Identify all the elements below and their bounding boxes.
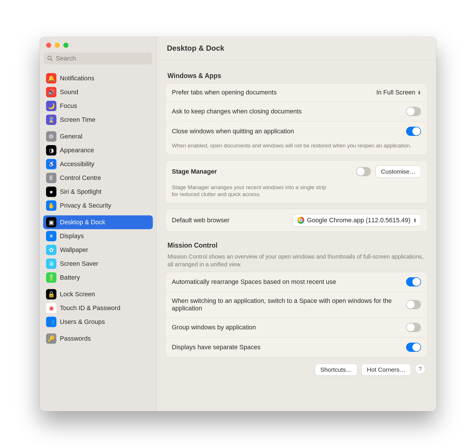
windows-apps-card: Prefer tabs when opening documents In Fu… (165, 83, 428, 155)
search-field[interactable] (44, 52, 152, 64)
sidebar-item-label: Focus (60, 102, 77, 110)
separate-spaces-label: Displays have separate Spaces (172, 343, 401, 351)
switch-space-label: When switching to an application, switch… (172, 297, 401, 312)
close-quit-toggle[interactable] (406, 127, 421, 136)
sidebar-item-label: Sound (60, 88, 78, 96)
sidebar-item-users-groups[interactable]: 👥Users & Groups (43, 315, 153, 329)
chrome-icon (297, 217, 304, 224)
stage-manager-title: Stage Manager (172, 168, 351, 175)
sidebar-item-control-centre[interactable]: 🎚Control Centre (43, 171, 153, 185)
sidebar-item-label: Screen Saver (60, 260, 98, 267)
passwords-icon: 🔑 (46, 333, 56, 344)
ask-keep-row: Ask to keep changes when closing documen… (165, 102, 427, 122)
main-panel: Desktop & Dock Windows & Apps Prefer tab… (157, 37, 436, 411)
sidebar-item-focus[interactable]: 🌙Focus (43, 99, 153, 113)
sidebar-item-notifications[interactable]: 🔔Notifications (43, 71, 153, 85)
sidebar-item-label: Battery (60, 274, 80, 281)
svg-point-0 (48, 56, 51, 60)
sidebar-item-appearance[interactable]: ◑Appearance (43, 143, 153, 157)
desktop-dock-icon: ▣ (46, 217, 56, 227)
sidebar-item-screen-time[interactable]: ⌛Screen Time (43, 113, 153, 127)
sidebar-item-screen-saver[interactable]: 🖥Screen Saver (43, 257, 153, 271)
sidebar-item-passwords[interactable]: 🔑Passwords (43, 332, 153, 346)
stage-manager-card: Stage Manager Customise… Stage Manager a… (165, 160, 428, 204)
sidebar-item-touch-id-password[interactable]: ◉Touch ID & Password (43, 301, 153, 315)
sidebar-nav: 🔔Notifications🔊Sound🌙Focus⌛Screen Time⚙G… (40, 69, 156, 411)
screen-saver-icon: 🖥 (46, 259, 56, 269)
fullscreen-window-button[interactable] (63, 43, 68, 48)
sidebar-item-label: Displays (60, 232, 84, 240)
stage-manager-customise-button[interactable]: Customise… (376, 166, 421, 178)
mission-control-card: Automatically rearrange Spaces based on … (165, 272, 428, 357)
auto-rearrange-label: Automatically rearrange Spaces based on … (172, 278, 401, 286)
switch-space-toggle[interactable] (406, 300, 421, 309)
search-icon (47, 56, 53, 61)
ask-keep-label: Ask to keep changes when closing documen… (172, 108, 401, 115)
battery-icon: 🔋 (46, 272, 56, 283)
control-centre-icon: 🎚 (46, 173, 56, 183)
sidebar-item-label: Users & Groups (60, 318, 105, 326)
sidebar-item-siri-spotlight[interactable]: ●Siri & Spotlight (43, 185, 153, 199)
help-button[interactable]: ? (415, 364, 425, 374)
privacy-security-icon: ✋ (46, 200, 56, 211)
sidebar-item-accessibility[interactable]: ♿Accessibility (43, 157, 153, 171)
focus-icon: 🌙 (46, 101, 56, 111)
section-windows-apps: Windows & Apps (167, 72, 425, 80)
notifications-icon: 🔔 (46, 73, 56, 83)
group-windows-row: Group windows by application (165, 318, 427, 337)
svg-line-1 (51, 59, 52, 61)
mission-control-desc: Mission Control shows an overview of you… (167, 253, 425, 268)
stage-manager-toggle[interactable] (356, 167, 371, 176)
sidebar-item-label: Touch ID & Password (60, 304, 120, 312)
system-settings-window: 🔔Notifications🔊Sound🌙Focus⌛Screen Time⚙G… (40, 37, 436, 411)
popup-arrows-icon: ▲▼ (413, 218, 417, 223)
close-quit-desc: When enabled, open documents and windows… (172, 142, 421, 149)
separate-spaces-row: Displays have separate Spaces (165, 337, 427, 357)
sidebar: 🔔Notifications🔊Sound🌙Focus⌛Screen Time⚙G… (40, 37, 157, 411)
minimize-window-button[interactable] (55, 43, 60, 48)
window-controls (40, 37, 156, 52)
search-input[interactable] (56, 55, 149, 62)
switch-space-row: When switching to an application, switch… (165, 292, 427, 318)
users-groups-icon: 👥 (46, 317, 56, 327)
sidebar-item-label: Notifications (60, 75, 94, 82)
prefer-tabs-label: Prefer tabs when opening documents (172, 89, 372, 96)
popup-arrows-icon: ▲▼ (418, 90, 421, 95)
sidebar-item-privacy-security[interactable]: ✋Privacy & Security (43, 199, 153, 212)
sidebar-item-label: Accessibility (60, 160, 94, 168)
default-browser-label: Default web browser (172, 217, 288, 224)
lock-screen-icon: 🔒 (46, 289, 56, 299)
sidebar-item-lock-screen[interactable]: 🔒Lock Screen (43, 287, 153, 301)
sidebar-item-general[interactable]: ⚙General (43, 130, 153, 143)
auto-rearrange-toggle[interactable] (406, 277, 421, 286)
hot-corners-button[interactable]: Hot Corners… (361, 364, 411, 376)
sidebar-item-label: Wallpaper (60, 246, 88, 254)
default-browser-value: Google Chrome.app (112.0.5615.49) (307, 217, 411, 224)
separate-spaces-toggle[interactable] (406, 343, 421, 352)
touch-id-password-icon: ◉ (46, 303, 56, 313)
default-browser-card: Default web browser Google Chrome.app (1… (165, 209, 428, 232)
sidebar-item-desktop-dock[interactable]: ▣Desktop & Dock (43, 215, 153, 229)
sidebar-item-label: Appearance (60, 147, 94, 154)
sidebar-item-label: Privacy & Security (60, 202, 111, 209)
footer-buttons: Shortcuts… Hot Corners… ? (165, 357, 428, 378)
section-mission-control: Mission Control (167, 242, 425, 249)
sidebar-item-sound[interactable]: 🔊Sound (43, 85, 153, 99)
prefer-tabs-row: Prefer tabs when opening documents In Fu… (165, 83, 427, 102)
sidebar-item-wallpaper[interactable]: ✿Wallpaper (43, 243, 153, 257)
ask-keep-toggle[interactable] (406, 107, 421, 116)
wallpaper-icon: ✿ (46, 245, 56, 255)
prefer-tabs-value: In Full Screen (376, 89, 415, 96)
close-window-button[interactable] (46, 43, 51, 48)
default-browser-select[interactable]: Google Chrome.app (112.0.5615.49) ▲▼ (293, 214, 421, 226)
appearance-icon: ◑ (46, 145, 56, 155)
sidebar-item-battery[interactable]: 🔋Battery (43, 271, 153, 284)
prefer-tabs-popup[interactable]: In Full Screen ▲▼ (376, 89, 421, 96)
sidebar-item-label: Screen Time (60, 116, 96, 124)
sound-icon: 🔊 (46, 87, 56, 97)
content-scroll[interactable]: Windows & Apps Prefer tabs when opening … (157, 60, 436, 411)
group-windows-toggle[interactable] (406, 323, 421, 332)
screen-time-icon: ⌛ (46, 115, 56, 125)
shortcuts-button[interactable]: Shortcuts… (315, 364, 357, 376)
sidebar-item-displays[interactable]: ☀Displays (43, 229, 153, 243)
